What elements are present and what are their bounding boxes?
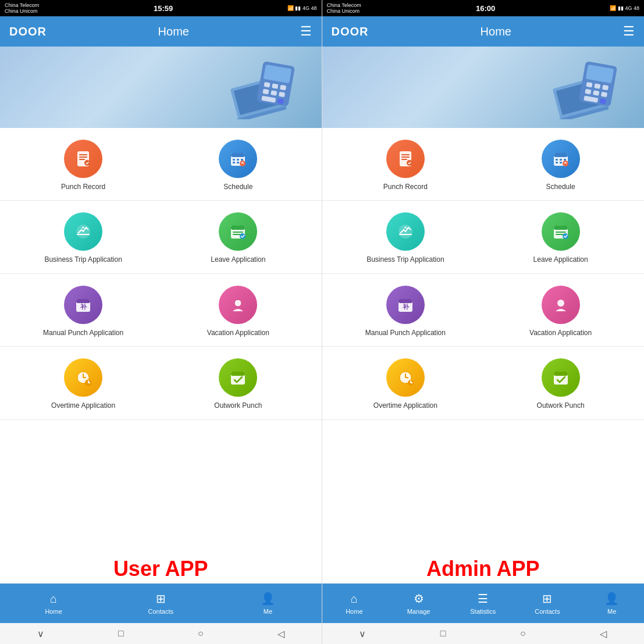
nav-home-label-admin: Home bbox=[346, 608, 362, 615]
app-logo-user: DOOR bbox=[9, 25, 47, 38]
manual-punch-icon-user: 补 bbox=[64, 286, 102, 324]
svg-rect-72 bbox=[556, 152, 558, 155]
vacation-item-user[interactable]: Vacation Application bbox=[161, 286, 315, 337]
nav-contacts-user[interactable]: ⊞ Contacts bbox=[107, 583, 214, 623]
business-trip-item-user[interactable]: Business Trip Application bbox=[6, 212, 161, 264]
punch-record-label-admin: Punch Record bbox=[383, 183, 428, 191]
grid-row-2-admin: Business Trip Application Leave Ap bbox=[322, 201, 645, 273]
signal-icons: 📶 ▮▮ 4G 48 bbox=[287, 5, 317, 11]
punch-record-item-user[interactable]: Punch Record bbox=[6, 140, 161, 191]
nav-me-admin[interactable]: 👤 Me bbox=[579, 583, 644, 623]
bottom-nav-admin: ⌂ Home ⚙ Manage ☰ Statistics ⊞ Contacts … bbox=[322, 583, 645, 623]
schedule-label-user: Schedule bbox=[223, 183, 252, 191]
nav-contacts-label-user: Contacts bbox=[148, 608, 173, 615]
manage-icon-admin: ⚙ bbox=[414, 592, 424, 606]
carrier-top-admin: China Telecom bbox=[327, 2, 361, 8]
contacts-icon-admin: ⊞ bbox=[542, 592, 552, 606]
punch-record-item-admin[interactable]: Punch Record bbox=[328, 140, 483, 191]
nav-me-user[interactable]: 👤 Me bbox=[214, 583, 321, 623]
svg-rect-86 bbox=[556, 234, 564, 235]
nav-manage-label-admin: Manage bbox=[407, 608, 430, 615]
overtime-icon-user bbox=[64, 358, 102, 397]
sys-circle-user[interactable]: ○ bbox=[198, 628, 204, 639]
home-icon-user: ⌂ bbox=[50, 592, 57, 606]
app-label-admin: Admin APP bbox=[322, 553, 645, 583]
svg-point-35 bbox=[240, 233, 245, 239]
sys-triangle-user[interactable]: ◁ bbox=[277, 628, 284, 639]
punch-record-icon-user bbox=[64, 140, 102, 178]
banner-admin bbox=[322, 47, 645, 128]
header-user: DOOR Home ☰ bbox=[0, 16, 322, 47]
vacation-icon-user bbox=[219, 286, 257, 324]
banner-graphic-user bbox=[217, 55, 310, 119]
outwork-item-user[interactable]: Outwork Punch bbox=[161, 358, 315, 410]
grid-row-4-user: Overtime Application Outwork Punch bbox=[0, 347, 322, 419]
punch-record-label-user: Punch Record bbox=[61, 183, 105, 191]
schedule-item-user[interactable]: Schedule bbox=[161, 140, 315, 191]
app-label-user: User APP bbox=[0, 553, 322, 583]
sys-back-user[interactable]: ∨ bbox=[37, 628, 44, 639]
sys-triangle-admin[interactable]: ◁ bbox=[600, 628, 607, 639]
svg-rect-84 bbox=[564, 225, 565, 228]
vacation-label-user: Vacation Application bbox=[207, 329, 269, 337]
vacation-item-admin[interactable]: Vacation Application bbox=[483, 286, 638, 337]
manual-punch-item-admin[interactable]: 补 Manual Punch Application bbox=[328, 286, 483, 337]
svg-rect-16 bbox=[79, 159, 85, 160]
outwork-label-admin: Outwork Punch bbox=[537, 401, 585, 410]
svg-rect-51 bbox=[241, 371, 243, 374]
grid-user: Punch Record bbox=[0, 128, 322, 553]
business-trip-item-admin[interactable]: Business Trip Application bbox=[328, 212, 483, 264]
svg-rect-15 bbox=[79, 156, 87, 158]
me-icon-admin: 👤 bbox=[604, 592, 619, 606]
menu-button-user[interactable]: ☰ bbox=[300, 24, 312, 39]
svg-rect-76 bbox=[564, 159, 566, 161]
svg-rect-31 bbox=[233, 225, 235, 228]
overtime-item-admin[interactable]: Overtime Application bbox=[328, 358, 483, 410]
time-display-admin: 16:00 bbox=[476, 4, 495, 13]
statistics-icon-admin: ☰ bbox=[478, 592, 488, 606]
svg-rect-75 bbox=[560, 159, 562, 161]
svg-rect-102 bbox=[564, 371, 565, 374]
svg-rect-37 bbox=[76, 299, 90, 303]
nav-contacts-label-admin: Contacts bbox=[535, 608, 560, 615]
svg-rect-30 bbox=[231, 226, 245, 230]
svg-rect-89 bbox=[399, 299, 412, 303]
svg-text:补: 补 bbox=[80, 303, 87, 310]
svg-rect-20 bbox=[233, 152, 235, 155]
svg-rect-21 bbox=[241, 152, 243, 155]
svg-text:补: 补 bbox=[401, 303, 409, 310]
svg-rect-101 bbox=[556, 371, 558, 374]
svg-rect-85 bbox=[556, 232, 566, 233]
menu-button-admin[interactable]: ☰ bbox=[623, 24, 635, 39]
leave-item-user[interactable]: Leave Application bbox=[161, 212, 315, 264]
schedule-icon-user bbox=[219, 140, 257, 178]
sys-circle-admin[interactable]: ○ bbox=[520, 628, 526, 639]
overtime-item-user[interactable]: Overtime Application bbox=[6, 358, 161, 410]
leave-item-admin[interactable]: Leave Application bbox=[483, 212, 638, 264]
svg-rect-83 bbox=[556, 225, 558, 228]
carrier-bottom: China Unicom bbox=[5, 8, 39, 14]
outwork-item-admin[interactable]: Outwork Punch bbox=[483, 358, 638, 410]
nav-contacts-admin[interactable]: ⊞ Contacts bbox=[515, 583, 580, 623]
sys-back-admin[interactable]: ∨ bbox=[359, 628, 366, 639]
nav-statistics-label-admin: Statistics bbox=[470, 608, 496, 615]
overtime-label-user: Overtime Application bbox=[51, 401, 115, 410]
svg-rect-26 bbox=[237, 162, 239, 163]
nav-manage-admin[interactable]: ⚙ Manage bbox=[386, 583, 451, 623]
header-title-admin: Home bbox=[481, 25, 511, 38]
grid-row-3-user: 补 Manual Punch Application Vacation Appl… bbox=[0, 274, 322, 347]
manual-punch-item-user[interactable]: 补 Manual Punch Application bbox=[6, 286, 161, 337]
schedule-item-admin[interactable]: Schedule bbox=[483, 140, 638, 191]
admin-app-phone: China Telecom China Unicom 16:00 📶 ▮▮ 4G… bbox=[322, 0, 645, 644]
contacts-icon-user: ⊞ bbox=[156, 592, 166, 606]
leave-icon-user bbox=[219, 212, 257, 251]
svg-rect-14 bbox=[79, 154, 87, 155]
grid-row-1-admin: Punch Record bbox=[322, 128, 645, 201]
sys-square-user[interactable]: □ bbox=[118, 628, 124, 639]
nav-home-user[interactable]: ⌂ Home bbox=[0, 583, 107, 623]
nav-home-admin[interactable]: ⌂ Home bbox=[322, 583, 387, 623]
grid-row-3-admin: 补 Manual Punch Application Vacation Appl… bbox=[322, 274, 645, 347]
nav-statistics-admin[interactable]: ☰ Statistics bbox=[451, 583, 515, 623]
sys-square-admin[interactable]: □ bbox=[440, 628, 446, 639]
outwork-label-user: Outwork Punch bbox=[214, 401, 262, 410]
